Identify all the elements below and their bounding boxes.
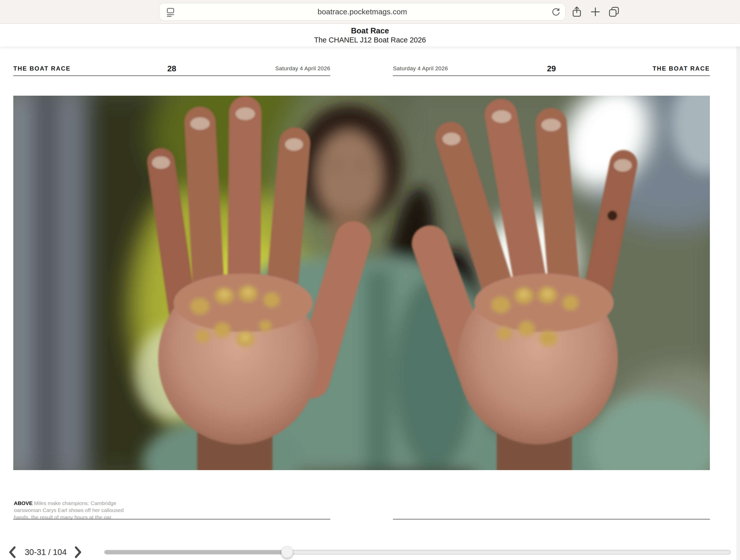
next-page-button[interactable]: [71, 545, 84, 559]
new-tab-icon[interactable]: [589, 6, 602, 18]
right-page-section-label: THE BOAT RACE: [604, 65, 710, 72]
right-page-footer-rule: [393, 519, 710, 520]
share-icon[interactable]: [570, 6, 583, 18]
left-page-header-rule: [13, 75, 330, 76]
left-page-header: THE BOAT RACE 28 Saturday 4 April 2026: [13, 63, 330, 74]
spread-photo: [13, 96, 710, 470]
right-page-number: 29: [499, 64, 605, 73]
site-subtitle: The CHANEL J12 Boat Race 2026: [0, 36, 740, 44]
left-page-number: 28: [119, 64, 225, 73]
browser-window: boatrace.pocketmags.com: [0, 0, 740, 560]
left-page-footer-rule: [13, 519, 330, 520]
previous-page-button[interactable]: [6, 545, 20, 559]
page-scrubber-thumb[interactable]: [281, 546, 293, 558]
page-scrubber-track[interactable]: [104, 550, 731, 554]
page-scrubber-fill: [105, 550, 287, 554]
site-title: Boat Race: [0, 26, 740, 35]
url-text[interactable]: boatrace.pocketmags.com: [160, 3, 565, 20]
left-page-date: Saturday 4 April 2026: [224, 65, 330, 72]
reload-icon[interactable]: [551, 7, 561, 18]
right-page-header-rule: [393, 75, 710, 76]
site-header: Boat Race The CHANEL J12 Boat Race 2026: [0, 24, 740, 46]
tab-overview-icon[interactable]: [608, 6, 620, 18]
address-bar[interactable]: boatrace.pocketmags.com: [159, 3, 566, 21]
scrollbar-gutter: [736, 24, 740, 560]
right-page-date: Saturday 4 April 2026: [393, 65, 499, 72]
photo-caption: ABOVE Miles make champions: Cambridge oa…: [14, 500, 124, 521]
page-indicator: 30-31 / 104: [24, 547, 67, 557]
right-page-header: Saturday 4 April 2026 29 THE BOAT RACE: [393, 63, 710, 74]
caption-prefix: ABOVE: [14, 500, 33, 506]
chevron-right-icon: [76, 547, 80, 557]
left-page-section-label: THE BOAT RACE: [13, 65, 119, 72]
browser-toolbar: boatrace.pocketmags.com: [0, 0, 740, 24]
chevron-left-icon: [10, 547, 15, 557]
